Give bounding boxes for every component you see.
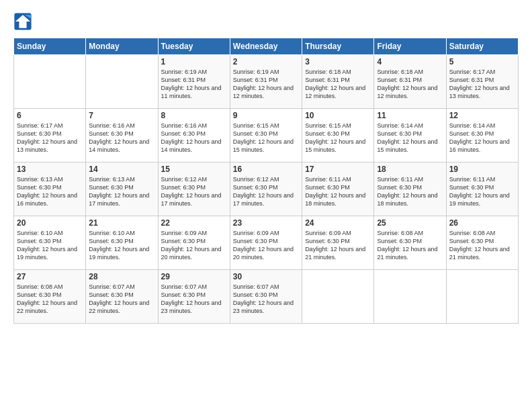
calendar-cell (446, 270, 518, 324)
day-info: Sunrise: 6:18 AM Sunset: 6:31 PM Dayligh… (377, 68, 443, 101)
day-info: Sunrise: 6:10 AM Sunset: 6:30 PM Dayligh… (17, 229, 83, 262)
calendar-cell: 27Sunrise: 6:08 AM Sunset: 6:30 PM Dayli… (14, 270, 86, 324)
day-number: 27 (17, 272, 83, 281)
day-number: 1 (161, 57, 227, 66)
day-info: Sunrise: 6:19 AM Sunset: 6:31 PM Dayligh… (233, 68, 299, 101)
calendar-cell: 25Sunrise: 6:08 AM Sunset: 6:30 PM Dayli… (374, 216, 446, 270)
calendar-cell (14, 55, 86, 109)
calendar-cell: 12Sunrise: 6:14 AM Sunset: 6:30 PM Dayli… (446, 109, 518, 163)
calendar-day-header: Friday (374, 38, 446, 55)
calendar-cell: 26Sunrise: 6:08 AM Sunset: 6:30 PM Dayli… (446, 216, 518, 270)
calendar-cell: 10Sunrise: 6:15 AM Sunset: 6:30 PM Dayli… (302, 109, 374, 163)
day-number: 18 (377, 165, 443, 174)
day-number: 22 (161, 218, 227, 228)
calendar-cell: 2Sunrise: 6:19 AM Sunset: 6:31 PM Daylig… (230, 55, 302, 109)
calendar-cell (302, 270, 374, 324)
calendar-header-row: SundayMondayTuesdayWednesdayThursdayFrid… (14, 38, 519, 55)
calendar-cell: 24Sunrise: 6:09 AM Sunset: 6:30 PM Dayli… (302, 216, 374, 270)
calendar-cell: 21Sunrise: 6:10 AM Sunset: 6:30 PM Dayli… (86, 216, 158, 270)
day-number: 8 (161, 111, 227, 120)
day-info: Sunrise: 6:18 AM Sunset: 6:31 PM Dayligh… (305, 68, 371, 101)
header (13, 12, 519, 31)
calendar-cell: 8Sunrise: 6:16 AM Sunset: 6:30 PM Daylig… (158, 109, 230, 163)
day-number: 10 (305, 111, 371, 120)
day-info: Sunrise: 6:13 AM Sunset: 6:30 PM Dayligh… (17, 175, 83, 208)
day-number: 13 (17, 165, 83, 174)
day-number: 2 (233, 57, 299, 66)
calendar-cell: 30Sunrise: 6:07 AM Sunset: 6:30 PM Dayli… (230, 270, 302, 324)
calendar-day-header: Wednesday (230, 38, 302, 55)
day-info: Sunrise: 6:19 AM Sunset: 6:31 PM Dayligh… (161, 68, 227, 101)
calendar-cell: 16Sunrise: 6:12 AM Sunset: 6:30 PM Dayli… (230, 163, 302, 216)
calendar-cell: 22Sunrise: 6:09 AM Sunset: 6:30 PM Dayli… (158, 216, 230, 270)
day-number: 26 (449, 218, 515, 228)
day-info: Sunrise: 6:11 AM Sunset: 6:30 PM Dayligh… (377, 175, 443, 208)
day-info: Sunrise: 6:14 AM Sunset: 6:30 PM Dayligh… (377, 122, 443, 154)
day-number: 28 (89, 272, 154, 281)
day-number: 14 (89, 165, 154, 174)
calendar-cell (86, 55, 158, 109)
calendar-cell: 11Sunrise: 6:14 AM Sunset: 6:30 PM Dayli… (374, 109, 446, 163)
day-number: 25 (377, 218, 443, 228)
calendar-cell: 23Sunrise: 6:09 AM Sunset: 6:30 PM Dayli… (230, 216, 302, 270)
day-info: Sunrise: 6:09 AM Sunset: 6:30 PM Dayligh… (233, 229, 299, 262)
logo (13, 12, 35, 31)
day-info: Sunrise: 6:08 AM Sunset: 6:30 PM Dayligh… (17, 283, 83, 316)
day-info: Sunrise: 6:08 AM Sunset: 6:30 PM Dayligh… (377, 229, 443, 262)
day-info: Sunrise: 6:11 AM Sunset: 6:30 PM Dayligh… (305, 175, 371, 208)
day-info: Sunrise: 6:13 AM Sunset: 6:30 PM Dayligh… (89, 175, 154, 208)
day-number: 7 (89, 111, 154, 120)
calendar-day-header: Sunday (14, 38, 86, 55)
calendar-cell: 3Sunrise: 6:18 AM Sunset: 6:31 PM Daylig… (302, 55, 374, 109)
day-info: Sunrise: 6:12 AM Sunset: 6:30 PM Dayligh… (161, 175, 227, 208)
calendar-day-header: Saturday (446, 38, 518, 55)
calendar-cell: 1Sunrise: 6:19 AM Sunset: 6:31 PM Daylig… (158, 55, 230, 109)
day-number: 6 (17, 111, 83, 120)
day-number: 3 (305, 57, 371, 66)
calendar-day-header: Monday (86, 38, 158, 55)
calendar-week-row: 20Sunrise: 6:10 AM Sunset: 6:30 PM Dayli… (14, 216, 519, 270)
day-number: 19 (449, 165, 515, 174)
day-number: 4 (377, 57, 443, 66)
calendar-cell: 13Sunrise: 6:13 AM Sunset: 6:30 PM Dayli… (14, 163, 86, 216)
day-info: Sunrise: 6:07 AM Sunset: 6:30 PM Dayligh… (89, 283, 154, 316)
day-number: 9 (233, 111, 299, 120)
calendar-day-header: Tuesday (158, 38, 230, 55)
day-info: Sunrise: 6:17 AM Sunset: 6:30 PM Dayligh… (17, 122, 83, 154)
calendar-day-header: Thursday (302, 38, 374, 55)
day-info: Sunrise: 6:07 AM Sunset: 6:30 PM Dayligh… (161, 283, 227, 316)
calendar-cell: 7Sunrise: 6:16 AM Sunset: 6:30 PM Daylig… (86, 109, 158, 163)
day-info: Sunrise: 6:11 AM Sunset: 6:30 PM Dayligh… (449, 175, 515, 208)
day-number: 11 (377, 111, 443, 120)
calendar-week-row: 13Sunrise: 6:13 AM Sunset: 6:30 PM Dayli… (14, 163, 519, 216)
day-number: 17 (305, 165, 371, 174)
day-info: Sunrise: 6:09 AM Sunset: 6:30 PM Dayligh… (305, 229, 371, 262)
generalblue-logo-icon (13, 12, 32, 31)
calendar-cell: 15Sunrise: 6:12 AM Sunset: 6:30 PM Dayli… (158, 163, 230, 216)
day-number: 23 (233, 218, 299, 228)
calendar-cell: 9Sunrise: 6:15 AM Sunset: 6:30 PM Daylig… (230, 109, 302, 163)
calendar-week-row: 1Sunrise: 6:19 AM Sunset: 6:31 PM Daylig… (14, 55, 519, 109)
day-info: Sunrise: 6:14 AM Sunset: 6:30 PM Dayligh… (449, 122, 515, 154)
day-info: Sunrise: 6:17 AM Sunset: 6:31 PM Dayligh… (449, 68, 515, 101)
calendar-cell: 29Sunrise: 6:07 AM Sunset: 6:30 PM Dayli… (158, 270, 230, 324)
day-info: Sunrise: 6:12 AM Sunset: 6:30 PM Dayligh… (233, 175, 299, 208)
calendar-cell: 20Sunrise: 6:10 AM Sunset: 6:30 PM Dayli… (14, 216, 86, 270)
calendar-cell: 18Sunrise: 6:11 AM Sunset: 6:30 PM Dayli… (374, 163, 446, 216)
day-info: Sunrise: 6:16 AM Sunset: 6:30 PM Dayligh… (89, 122, 154, 154)
day-number: 5 (449, 57, 515, 66)
day-number: 12 (449, 111, 515, 120)
day-info: Sunrise: 6:16 AM Sunset: 6:30 PM Dayligh… (161, 122, 227, 154)
day-number: 24 (305, 218, 371, 228)
calendar-week-row: 6Sunrise: 6:17 AM Sunset: 6:30 PM Daylig… (14, 109, 519, 163)
calendar-table: SundayMondayTuesdayWednesdayThursdayFrid… (13, 38, 519, 324)
calendar-cell: 19Sunrise: 6:11 AM Sunset: 6:30 PM Dayli… (446, 163, 518, 216)
calendar-cell: 6Sunrise: 6:17 AM Sunset: 6:30 PM Daylig… (14, 109, 86, 163)
day-info: Sunrise: 6:07 AM Sunset: 6:30 PM Dayligh… (233, 283, 299, 316)
calendar-cell: 28Sunrise: 6:07 AM Sunset: 6:30 PM Dayli… (86, 270, 158, 324)
day-number: 20 (17, 218, 83, 228)
day-number: 29 (161, 272, 227, 281)
day-info: Sunrise: 6:15 AM Sunset: 6:30 PM Dayligh… (305, 122, 371, 154)
calendar-cell (374, 270, 446, 324)
day-info: Sunrise: 6:09 AM Sunset: 6:30 PM Dayligh… (161, 229, 227, 262)
